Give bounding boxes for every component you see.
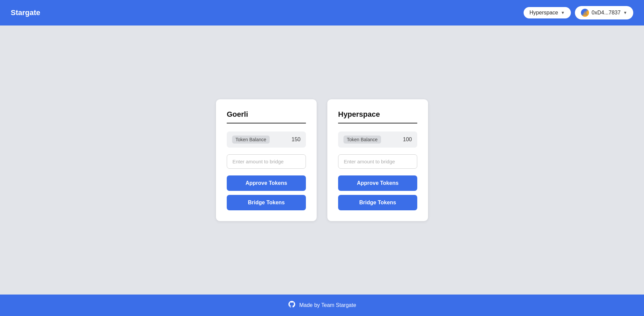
wallet-button[interactable]: 0xD4...7837 ▼: [575, 6, 633, 19]
header: Stargate Hyperspace ▼ 0xD4...7837 ▼: [0, 0, 644, 25]
network-chevron: ▼: [561, 10, 565, 15]
network-label: Hyperspace: [530, 10, 558, 16]
wallet-address: 0xD4...7837: [592, 10, 621, 16]
wallet-chevron: ▼: [623, 10, 627, 15]
hyperspace-token-balance-label: Token Balance: [343, 136, 381, 144]
goerli-bridge-button[interactable]: Bridge Tokens: [227, 195, 306, 210]
goerli-amount-input[interactable]: [227, 154, 306, 169]
goerli-token-balance-row: Token Balance 150: [227, 131, 306, 148]
hyperspace-bridge-button[interactable]: Bridge Tokens: [338, 195, 417, 210]
hyperspace-approve-button[interactable]: Approve Tokens: [338, 175, 417, 191]
app-logo: Stargate: [11, 8, 40, 17]
wallet-icon: [581, 9, 589, 17]
goerli-token-balance-value: 150: [291, 137, 301, 143]
goerli-card: Goerli Token Balance 150 Approve Tokens …: [216, 99, 317, 221]
main-content: Goerli Token Balance 150 Approve Tokens …: [0, 25, 644, 295]
goerli-card-title: Goerli: [227, 110, 306, 123]
footer-text: Made by Team Stargate: [299, 302, 356, 308]
footer: Made by Team Stargate: [0, 295, 644, 316]
hyperspace-token-balance-value: 100: [403, 137, 412, 143]
github-icon: [288, 300, 296, 310]
header-controls: Hyperspace ▼ 0xD4...7837 ▼: [524, 6, 633, 19]
goerli-token-balance-label: Token Balance: [232, 136, 270, 144]
hyperspace-amount-input[interactable]: [338, 154, 417, 169]
hyperspace-card: Hyperspace Token Balance 100 Approve Tok…: [327, 99, 428, 221]
hyperspace-token-balance-row: Token Balance 100: [338, 131, 417, 148]
hyperspace-card-title: Hyperspace: [338, 110, 417, 123]
goerli-approve-button[interactable]: Approve Tokens: [227, 175, 306, 191]
network-selector[interactable]: Hyperspace ▼: [524, 7, 571, 18]
